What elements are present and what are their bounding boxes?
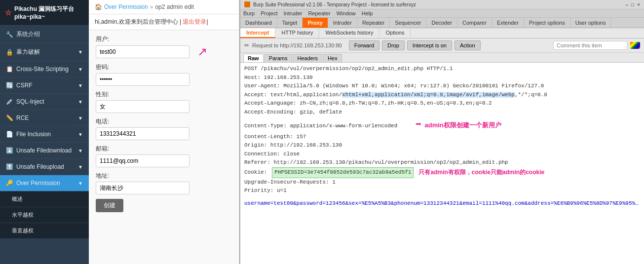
sidebar-item-label: CSRF bbox=[16, 82, 33, 89]
maximize-icon[interactable]: □ bbox=[631, 2, 634, 7]
phone-input[interactable] bbox=[96, 127, 189, 140]
menu-burp[interactable]: Burp bbox=[243, 10, 255, 16]
tab-target[interactable]: Target bbox=[277, 18, 303, 28]
menu-intruder[interactable]: Intruder bbox=[284, 10, 303, 16]
menu-help[interactable]: Help bbox=[362, 10, 373, 16]
sidebar-sub-vertical[interactable]: 垂直越权 bbox=[0, 223, 89, 239]
sidebar-item-label: Unsafe Filedownload bbox=[16, 147, 72, 154]
sex-label: 性别: bbox=[96, 90, 232, 99]
username-input[interactable] bbox=[96, 45, 189, 58]
form-group-phone: 电话: bbox=[96, 117, 232, 140]
breadcrumb-link[interactable]: Over Permission bbox=[104, 3, 148, 10]
sex-input[interactable] bbox=[96, 100, 189, 113]
phone-label: 电话: bbox=[96, 117, 232, 126]
sidebar-item-label: Cross-Site Scripting bbox=[16, 66, 69, 73]
tab-params[interactable]: Params bbox=[265, 54, 292, 62]
sidebar-item-unsafeupload[interactable]: ⬆️Unsafe Fileupload ▼ bbox=[0, 159, 89, 175]
menu-project[interactable]: Project bbox=[261, 10, 277, 16]
body-data: username=test00&password=123456&sex=%E5%… bbox=[244, 199, 640, 208]
form-group-username: 用户: ↗ bbox=[96, 35, 232, 59]
tab-repeater[interactable]: Repeater bbox=[357, 18, 390, 28]
cookie-label: Cookie: bbox=[244, 168, 267, 177]
request-line-8: Origin: http://192.168.253.130 bbox=[244, 141, 640, 150]
sidebar-item-csrf[interactable]: 🔄CSRF ▼ bbox=[0, 77, 89, 94]
chevron-down-icon: ▼ bbox=[78, 148, 83, 153]
request-line-4: Accept-Language: zh-CN,zh;q=0.8,zh-TW;q=… bbox=[244, 99, 640, 108]
menu-window[interactable]: Window bbox=[337, 10, 356, 16]
tab-intruder[interactable]: Intruder bbox=[328, 18, 357, 28]
action-button[interactable]: Action bbox=[455, 40, 481, 50]
email-input[interactable] bbox=[96, 154, 189, 167]
submit-button[interactable]: 创建 bbox=[96, 199, 123, 212]
intercept-on-button[interactable]: Intercept is on bbox=[407, 40, 452, 50]
burp-title-bar: Burp Suite Professional v2.1.06 - Tempor… bbox=[240, 0, 644, 9]
request-label: Request to http://192.168.253.130:80 bbox=[252, 42, 342, 48]
burp-panel: Burp Suite Professional v2.1.06 - Tempor… bbox=[239, 0, 644, 264]
burp-sub-tabs: Intercept HTTP history WebSockets histor… bbox=[240, 28, 644, 38]
chevron-down-icon: ▼ bbox=[78, 181, 83, 186]
tab-sequencer[interactable]: Sequencer bbox=[390, 18, 426, 28]
sidebar-item-unsafedownload[interactable]: ⬇️Unsafe Filedownload ▼ bbox=[0, 143, 89, 159]
tab-raw[interactable]: Raw bbox=[243, 54, 264, 62]
sidebar-item-sqlinject[interactable]: 💉SQL-Inject ▼ bbox=[0, 94, 89, 110]
bruteforce-icon: 🔒 bbox=[6, 49, 13, 56]
request-line-1: Host: 192.168.253.130 bbox=[244, 74, 640, 82]
tab-intercept[interactable]: Intercept bbox=[240, 28, 275, 38]
chevron-down-icon: ▼ bbox=[78, 99, 83, 105]
tab-proxy[interactable]: Proxy bbox=[303, 18, 328, 28]
forward-button[interactable]: Forward bbox=[349, 40, 379, 50]
breadcrumb-page: op2 admin edit bbox=[155, 3, 194, 10]
menu-repeater[interactable]: Repeater bbox=[308, 10, 330, 16]
minimize-icon[interactable]: – bbox=[626, 2, 629, 7]
password-label: 密码: bbox=[96, 63, 232, 72]
csrf-icon: 🔄 bbox=[6, 82, 13, 89]
sidebar-item-label: Over Permission bbox=[16, 180, 60, 187]
color-picker-icon[interactable] bbox=[630, 42, 640, 49]
tab-decoder[interactable]: Decoder bbox=[426, 18, 457, 28]
sidebar-sub-horizontal[interactable]: 水平越权 bbox=[0, 207, 89, 223]
tab-hex[interactable]: Hex bbox=[323, 54, 342, 62]
drop-button[interactable]: Drop bbox=[382, 40, 405, 50]
comment-input[interactable] bbox=[553, 41, 627, 50]
tab-dashboard[interactable]: Dashboard bbox=[240, 18, 277, 28]
burp-title-text: Burp Suite Professional v2.1.06 - Tempor… bbox=[253, 2, 416, 7]
edit-icon: ✏ bbox=[244, 42, 249, 49]
sidebar-title: ☆ Pikachu 漏洞练习平台 pika~pika~ bbox=[0, 0, 89, 26]
sidebar-item-label: 水平越权 bbox=[12, 212, 34, 218]
request-line-2: User-Agent: Mozilla/5.0 (Windows NT 10.0… bbox=[244, 82, 640, 91]
sidebar-item-label: File Inclusion bbox=[16, 131, 51, 138]
request-line-7: Content-Length: 157 bbox=[244, 133, 640, 142]
sidebar-item-fileinclusion[interactable]: 📄File Inclusion ▼ bbox=[0, 126, 89, 143]
sidebar-item-intro[interactable]: 🔧 系统介绍 bbox=[0, 26, 89, 43]
unsafeupload-icon: ⬆️ bbox=[6, 163, 13, 170]
welcome-bar: hi,admin,欢迎来到后台管理中心 | 退出登录| bbox=[89, 14, 239, 30]
tab-comparer[interactable]: Comparer bbox=[457, 18, 492, 28]
tab-websockets-history[interactable]: WebSockets history bbox=[319, 28, 379, 38]
chevron-down-icon: ▼ bbox=[78, 67, 83, 72]
close-icon[interactable]: × bbox=[637, 2, 640, 7]
chevron-down-icon: ▼ bbox=[78, 115, 83, 121]
logout-link[interactable]: 退出登录 bbox=[183, 18, 206, 25]
address-input[interactable] bbox=[96, 182, 189, 194]
chevron-down-icon: ▼ bbox=[78, 132, 83, 137]
annotation1-text: admin权限创建一个新用户 bbox=[425, 121, 501, 129]
tab-project-options[interactable]: Project options bbox=[524, 18, 570, 28]
request-line-0: POST /pikachu/vul/overpermission/op2/op2… bbox=[244, 65, 640, 74]
sidebar-sub-overview[interactable]: 概述 bbox=[0, 191, 89, 207]
username-label: 用户: bbox=[96, 35, 232, 43]
tab-headers[interactable]: Headers bbox=[293, 54, 323, 62]
sidebar-item-rce[interactable]: ✏️RCE ▼ bbox=[0, 110, 89, 126]
sidebar-item-label: SQL-Inject bbox=[16, 98, 44, 105]
sidebar-item-bruteforce[interactable]: 🔒暴力破解 ▼ bbox=[0, 43, 89, 61]
sidebar-item-xss[interactable]: 📋Cross-Site Scripting ▼ bbox=[0, 61, 89, 77]
form-submit: 创建 bbox=[96, 199, 232, 212]
sidebar-item-overpermission[interactable]: 🔑Over Permission ▼ bbox=[0, 175, 89, 191]
tab-user-options[interactable]: User options bbox=[570, 18, 611, 28]
password-input[interactable] bbox=[96, 73, 189, 86]
tab-extender[interactable]: Extender bbox=[492, 18, 524, 28]
sidebar-item-label: 暴力破解 bbox=[16, 48, 40, 56]
form-group-address: 地址: bbox=[96, 172, 232, 194]
tab-options[interactable]: Options bbox=[379, 28, 411, 38]
tab-http-history[interactable]: HTTP history bbox=[275, 28, 319, 38]
burp-menubar: Burp Project Intruder Repeater Window He… bbox=[240, 9, 644, 18]
